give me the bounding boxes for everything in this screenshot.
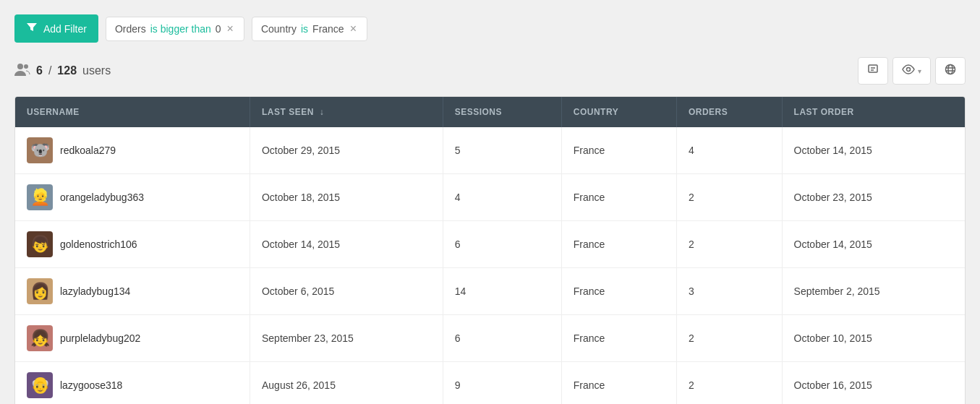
- cell-last-seen: October 29, 2015: [250, 127, 443, 174]
- svg-point-7: [948, 65, 953, 74]
- cell-orders: 2: [676, 174, 782, 221]
- cell-country: France: [561, 362, 676, 405]
- cell-username: 👧 purpleladybug202: [15, 315, 250, 362]
- cell-last-order: October 23, 2015: [782, 174, 965, 221]
- cell-orders: 4: [676, 127, 782, 174]
- stats-label: users: [82, 64, 111, 77]
- username-text[interactable]: lazygoose318: [60, 379, 122, 391]
- cell-country: France: [561, 174, 676, 221]
- avatar: 👩: [27, 278, 53, 304]
- stats-total: 128: [57, 64, 77, 77]
- sort-arrow-icon: ↓: [320, 107, 325, 117]
- funnel-icon: [26, 22, 38, 35]
- cell-orders: 2: [676, 221, 782, 268]
- cell-country: France: [561, 127, 676, 174]
- stats-bar: 6 / 128 users: [14, 57, 966, 85]
- cell-last-seen: October 14, 2015: [250, 221, 443, 268]
- export-button[interactable]: [858, 57, 888, 85]
- table-row: 👱 orangeladybug363 October 18, 20154Fran…: [15, 174, 965, 221]
- filter-tag-orders-close[interactable]: ×: [226, 23, 235, 35]
- username-text[interactable]: orangeladybug363: [60, 192, 144, 203]
- svg-point-0: [17, 64, 23, 69]
- svg-point-6: [946, 65, 955, 74]
- cell-last-seen: August 26, 2015: [250, 362, 443, 405]
- users-icon: [14, 63, 30, 79]
- col-header-sessions[interactable]: SESSIONS: [443, 97, 561, 127]
- export-icon: [867, 64, 879, 78]
- cell-username: 👩 lazyladybug134: [15, 268, 250, 315]
- cell-last-order: October 14, 2015: [782, 221, 965, 268]
- stats-left: 6 / 128 users: [14, 63, 111, 79]
- filter-tag-orders: Orders is bigger than 0 ×: [106, 17, 244, 41]
- table-header-row: USERNAME LAST SEEN ↓ SESSIONS COUNTRY OR…: [15, 97, 965, 127]
- filter-tag-orders-operator: is bigger than: [150, 23, 211, 35]
- cell-sessions: 5: [443, 127, 561, 174]
- cell-username: 👴 lazygoose318: [15, 362, 250, 405]
- table-row: 👩 lazyladybug134 October 6, 201514France…: [15, 268, 965, 315]
- users-table: USERNAME LAST SEEN ↓ SESSIONS COUNTRY OR…: [15, 97, 965, 404]
- filter-tag-country-operator: is: [301, 23, 308, 35]
- users-table-wrapper: USERNAME LAST SEEN ↓ SESSIONS COUNTRY OR…: [14, 96, 966, 404]
- table-row: 🐨 redkoala279 October 29, 20155France4Oc…: [15, 127, 965, 174]
- col-header-country[interactable]: COUNTRY: [561, 97, 676, 127]
- avatar: 🐨: [27, 137, 53, 163]
- cell-sessions: 9: [443, 362, 561, 405]
- cell-country: France: [561, 268, 676, 315]
- filter-bar: Add Filter Orders is bigger than 0 × Cou…: [14, 14, 966, 43]
- cell-sessions: 4: [443, 174, 561, 221]
- filter-tag-orders-value: 0: [216, 23, 221, 35]
- svg-point-1: [24, 64, 28, 69]
- cell-sessions: 14: [443, 268, 561, 315]
- cell-last-seen: October 6, 2015: [250, 268, 443, 315]
- avatar: 👦: [27, 231, 53, 257]
- svg-point-5: [907, 68, 911, 72]
- cell-last-order: October 10, 2015: [782, 315, 965, 362]
- cell-last-seen: September 23, 2015: [250, 315, 443, 362]
- add-filter-button[interactable]: Add Filter: [14, 14, 98, 43]
- main-container: Add Filter Orders is bigger than 0 × Cou…: [0, 0, 980, 404]
- cell-orders: 2: [676, 315, 782, 362]
- col-header-last-seen[interactable]: LAST SEEN ↓: [250, 97, 443, 127]
- add-filter-label: Add Filter: [43, 23, 87, 35]
- table-row: 👧 purpleladybug202 September 23, 20156Fr…: [15, 315, 965, 362]
- avatar: 👴: [27, 372, 53, 398]
- eye-icon: [902, 64, 915, 78]
- username-text[interactable]: lazyladybug134: [60, 285, 130, 297]
- col-header-last-order[interactable]: LAST ORDER: [782, 97, 965, 127]
- globe-icon: [945, 64, 956, 78]
- filter-tag-country-field: Country: [261, 23, 297, 35]
- col-header-orders[interactable]: ORDERS: [676, 97, 782, 127]
- stats-current: 6: [36, 64, 43, 77]
- table-row: 👴 lazygoose318 August 26, 20159France2Oc…: [15, 362, 965, 405]
- visibility-button[interactable]: ▾: [892, 57, 931, 85]
- cell-last-order: October 16, 2015: [782, 362, 965, 405]
- cell-orders: 3: [676, 268, 782, 315]
- cell-username: 🐨 redkoala279: [15, 127, 250, 174]
- cell-country: France: [561, 315, 676, 362]
- cell-sessions: 6: [443, 221, 561, 268]
- username-text[interactable]: redkoala279: [60, 145, 116, 156]
- username-text[interactable]: purpleladybug202: [60, 332, 140, 344]
- stats-separator: /: [48, 64, 51, 77]
- table-row: 👦 goldenostrich106 October 14, 20156Fran…: [15, 221, 965, 268]
- globe-button[interactable]: [935, 57, 966, 85]
- filter-tag-country-value: France: [312, 23, 344, 35]
- filter-tag-country-close[interactable]: ×: [349, 23, 358, 35]
- cell-sessions: 6: [443, 315, 561, 362]
- svg-rect-2: [869, 65, 877, 72]
- filter-tag-orders-field: Orders: [115, 23, 146, 35]
- avatar: 👱: [27, 184, 53, 210]
- action-buttons: ▾: [858, 57, 966, 85]
- chevron-down-icon: ▾: [918, 67, 921, 75]
- filter-tag-country: Country is France ×: [252, 17, 367, 41]
- cell-last-order: September 2, 2015: [782, 268, 965, 315]
- cell-last-order: October 14, 2015: [782, 127, 965, 174]
- cell-username: 👦 goldenostrich106: [15, 221, 250, 268]
- cell-username: 👱 orangeladybug363: [15, 174, 250, 221]
- cell-last-seen: October 18, 2015: [250, 174, 443, 221]
- col-header-username[interactable]: USERNAME: [15, 97, 250, 127]
- avatar: 👧: [27, 325, 53, 351]
- cell-country: France: [561, 221, 676, 268]
- username-text[interactable]: goldenostrich106: [60, 238, 137, 250]
- cell-orders: 2: [676, 362, 782, 405]
